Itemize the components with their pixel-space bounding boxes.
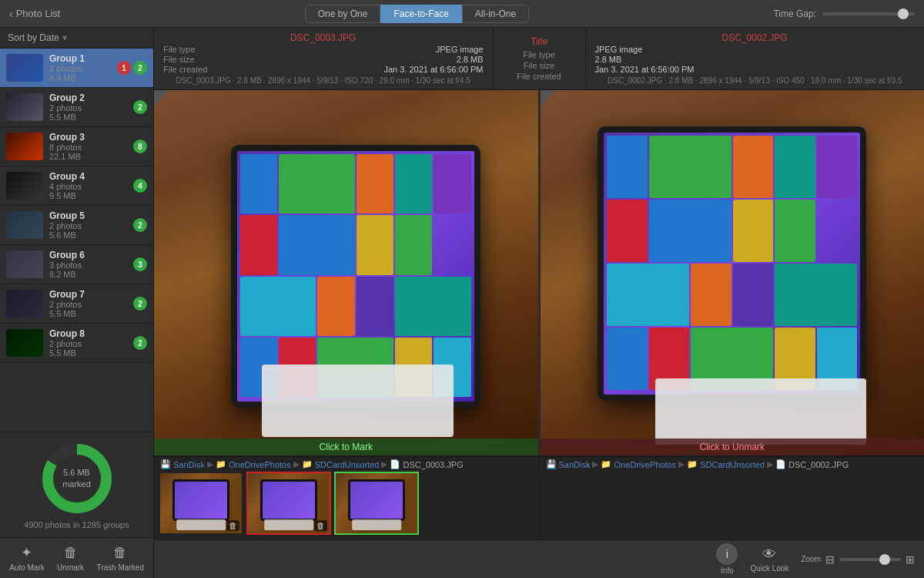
group-badges-8: 2 <box>133 336 147 350</box>
unmark-label: Unmark <box>57 563 84 572</box>
group-name-6: Group 6 <box>49 250 127 260</box>
group-size-4: 9.5 MB <box>49 191 127 200</box>
zoom-out-icon[interactable]: ⊟ <box>825 553 835 566</box>
info-button[interactable]: i Info <box>716 543 738 575</box>
right-image-pane: Click to Unmark <box>538 90 925 455</box>
group-name-7: Group 7 <box>49 289 127 300</box>
zoom-slider[interactable] <box>839 558 901 561</box>
sidebar-item-group6[interactable]: Group 6 3 photos 8.2 MB 3 <box>0 245 153 284</box>
title-label: Title <box>531 36 547 47</box>
sidebar-item-group4[interactable]: Group 4 4 photos 9.5 MB 4 <box>0 166 153 206</box>
left-path-filename: DSC_0003.JPG <box>403 460 463 469</box>
group-size-6: 8.2 MB <box>49 270 127 279</box>
left-mark-button[interactable]: Click to Mark <box>154 439 538 455</box>
group-size-3: 22.1 MB <box>49 152 127 161</box>
right-created-value: Jan 3. 2021 at 6:56:00 PM <box>595 65 695 74</box>
strip-thumb-left-3[interactable] <box>334 472 419 535</box>
trash-marked-button[interactable]: 🗑 Trash Marked <box>96 545 143 572</box>
right-path-bar: 💾 SanDisk ▶ 📁 OneDrivePhotos ▶ 📁 SDCardU… <box>539 457 925 472</box>
tab-all-in-one[interactable]: All-in-One <box>462 5 529 23</box>
left-main-image <box>154 90 538 455</box>
quicklook-label: Quick Look <box>750 564 788 573</box>
left-image-pane: Click to Mark <box>154 90 538 455</box>
strip-tablet-3 <box>348 479 405 522</box>
group-badges-1: 1 2 <box>117 61 147 75</box>
sort-bar[interactable]: Sort by Date ▾ <box>0 28 153 49</box>
sidebar-item-group2[interactable]: Group 2 2 photos 5.5 MB 2 <box>0 88 153 127</box>
marked-label: marked <box>62 479 91 489</box>
strip-inner-3 <box>336 473 417 533</box>
right-path-folder1: 📁 <box>601 459 611 469</box>
auto-mark-label: Auto Mark <box>9 563 45 572</box>
group-info-3: Group 3 8 photos 22.1 MB <box>49 132 127 161</box>
left-filetype-label: File type <box>163 45 196 54</box>
badge-green-8: 2 <box>133 336 147 350</box>
group-badges-2: 2 <box>133 100 147 114</box>
group-photos-2: 2 photos <box>49 103 127 113</box>
left-exif: DSC_0003.JPG · 2.8 MB · 2896 x 1944 · 5/… <box>163 76 484 85</box>
zoom-label: Zoom <box>801 555 821 563</box>
left-filetype-value: JPEG image <box>436 45 484 54</box>
sidebar-item-group3[interactable]: Group 3 8 photos 22.1 MB 8 <box>0 127 153 166</box>
group-name-2: Group 2 <box>49 92 127 103</box>
left-filetype-row: File type JPEG image <box>163 45 484 54</box>
right-main-image <box>541 90 925 455</box>
group-badges-4: 4 <box>133 179 147 193</box>
group-photos-5: 2 photos <box>49 221 127 230</box>
sidebar-item-group1[interactable]: Group 1 3 photos 8.4 MB 1 2 <box>0 49 153 88</box>
center-labels: Title File type File size File created <box>494 28 586 89</box>
sort-label[interactable]: Sort by Date <box>8 32 59 43</box>
group-thumb-1 <box>6 54 43 82</box>
group-photos-1: 3 photos <box>49 64 111 73</box>
left-path-folder1: 📁 <box>216 459 226 469</box>
badge-green-3: 8 <box>133 139 147 153</box>
right-filename: DSC_0002.JPG <box>595 32 916 43</box>
group-info-7: Group 7 2 photos 5.5 MB <box>49 289 127 318</box>
filesize-center-label: File size <box>524 61 554 70</box>
info-icon: i <box>716 543 738 565</box>
strip-thumb-left-1[interactable]: 🗑 <box>159 472 243 535</box>
unmark-button[interactable]: 🗑 Unmark <box>57 545 84 572</box>
group-thumb-5 <box>6 211 43 239</box>
sidebar-item-group8[interactable]: Group 8 2 photos 5.5 MB 2 <box>0 324 153 363</box>
group-info-4: Group 4 4 photos 9.5 MB <box>49 171 127 200</box>
sort-chevron-icon: ▾ <box>62 32 67 43</box>
sidebar: Sort by Date ▾ Group 1 3 photos 8.4 MB 1… <box>0 28 154 578</box>
group-size-1: 8.4 MB <box>49 73 111 82</box>
quicklook-button[interactable]: 👁 Quick Look <box>750 546 788 573</box>
left-file-info: DSC_0003.JPG File type JPEG image File s… <box>154 28 494 89</box>
group-photos-6: 3 photos <box>49 260 127 270</box>
time-gap-control: Time Gap: <box>773 8 915 19</box>
badge-green-4: 4 <box>133 179 147 193</box>
sidebar-item-group7[interactable]: Group 7 2 photos 5.5 MB 2 <box>0 284 153 324</box>
left-strip-row: 🗑 🗑 <box>154 472 539 539</box>
group-photos-4: 4 photos <box>49 182 127 191</box>
group-thumb-3 <box>6 133 43 160</box>
auto-mark-button[interactable]: ✦ Auto Mark <box>9 544 45 572</box>
strip-thumb-left-2[interactable]: 🗑 <box>246 472 331 535</box>
left-filesize-value: 2.8 MB <box>457 55 484 64</box>
badge-green-6: 3 <box>133 257 147 271</box>
left-created-row: File created Jan 3. 2021 at 6:56:00 PM <box>163 65 484 74</box>
group-info-1: Group 1 3 photos 8.4 MB <box>49 53 111 82</box>
zoom-in-icon[interactable]: ⊞ <box>906 553 915 566</box>
strip-paths: 💾 SanDisk ▶ 📁 OneDrivePhotos ▶ 📁 SDCardU… <box>154 457 924 472</box>
tab-one-by-one[interactable]: One by One <box>305 5 381 23</box>
info-label: Info <box>721 566 734 575</box>
back-button[interactable]: ‹ Photo List <box>9 8 61 20</box>
left-path-folder2: 📁 <box>302 459 313 469</box>
left-pane-triangle <box>154 90 169 106</box>
tab-face-to-face[interactable]: Face-to-Face <box>380 5 461 23</box>
right-unmark-button[interactable]: Click to Unmark <box>541 439 925 455</box>
right-filetype-row: JPEG image <box>595 45 916 54</box>
group-list: Group 1 3 photos 8.4 MB 1 2 Group 2 2 ph… <box>0 49 153 432</box>
time-gap-slider[interactable] <box>822 12 915 15</box>
sidebar-item-group5[interactable]: Group 5 2 photos 5.6 MB 2 <box>0 206 153 245</box>
left-filesize-row: File size 2.8 MB <box>163 55 484 64</box>
right-path-file-icon: 📄 <box>775 459 786 469</box>
group-name-3: Group 3 <box>49 132 127 143</box>
badge-green-2: 2 <box>133 100 147 114</box>
right-path-onedrive: OneDrivePhotos <box>614 460 676 469</box>
strip-area: 💾 SanDisk ▶ 📁 OneDrivePhotos ▶ 📁 SDCardU… <box>154 455 924 539</box>
group-photos-3: 8 photos <box>49 143 127 152</box>
